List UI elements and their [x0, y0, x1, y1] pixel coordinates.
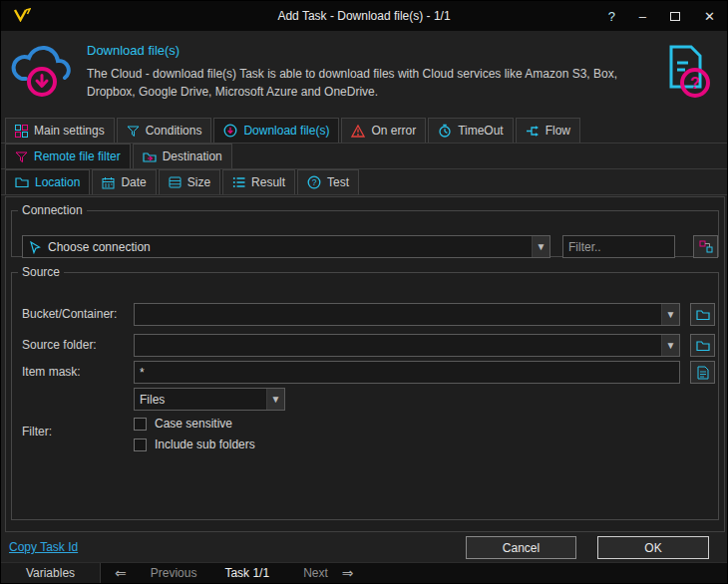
source-group-label: Source: [18, 265, 64, 279]
statusbar: Variables ⇐ Previous Task 1/1 Next ⇒: [1, 562, 727, 583]
chevron-down-icon: ▼: [661, 335, 679, 356]
tab-test[interactable]: ? Test: [297, 169, 359, 194]
browse-bucket-button[interactable]: [690, 303, 715, 326]
tab-remote-file-filter[interactable]: Remote file filter: [5, 144, 131, 168]
list-icon: [232, 176, 245, 188]
tab-size[interactable]: Size: [159, 169, 220, 194]
connection-dropdown[interactable]: Choose connection ▼: [22, 235, 550, 258]
next-button[interactable]: Next: [303, 566, 328, 580]
clock-icon: [438, 124, 452, 138]
document-help-icon: ?: [657, 43, 713, 104]
checkbox-box-icon: [134, 438, 147, 451]
case-sensitive-checkbox[interactable]: Case sensitive: [134, 417, 232, 431]
include-sub-folders-checkbox[interactable]: Include sub folders: [134, 438, 255, 451]
cancel-button[interactable]: Cancel: [466, 536, 576, 559]
item-mask-label: Item mask:: [22, 365, 81, 379]
chevron-down-icon: ▼: [266, 389, 284, 410]
connection-filter-input[interactable]: [562, 235, 675, 258]
previous-arrow-icon[interactable]: ⇐: [115, 565, 127, 581]
calendar-icon: [102, 176, 115, 189]
tab-download-files[interactable]: Download file(s): [213, 118, 339, 143]
filter-funnel-icon: [15, 150, 28, 163]
main-settings-icon: [15, 125, 28, 138]
close-button[interactable]: ✕: [704, 10, 715, 23]
filter-label: Filter:: [22, 425, 52, 438]
connection-pointer-icon: [28, 240, 42, 254]
tab-flow[interactable]: Flow: [516, 118, 580, 143]
tab-on-error[interactable]: On error: [341, 118, 426, 143]
flow-icon: [526, 125, 540, 138]
source-folder-dropdown[interactable]: ▼: [134, 334, 680, 357]
source-folder-label: Source folder:: [22, 338, 97, 352]
chevron-down-icon: ▼: [532, 236, 549, 257]
connection-group-label: Connection: [18, 203, 87, 217]
item-type-dropdown-value: Files: [140, 393, 165, 407]
connection-group: Connection Choose connection ▼: [11, 203, 719, 257]
question-circle-icon: ?: [307, 175, 321, 189]
filter-tabstrip: Location Date Size Result ? Test: [1, 169, 727, 195]
folder-icon: [696, 340, 710, 352]
manage-connections-button[interactable]: [693, 235, 718, 258]
ok-button[interactable]: OK: [597, 536, 709, 559]
item-mask-input[interactable]: [134, 361, 680, 384]
item-mask-helper-button[interactable]: [690, 361, 715, 384]
task-description: The Cloud - download file(s) Task is abl…: [87, 65, 645, 101]
chevron-down-icon: ▼: [661, 304, 679, 325]
titlebar: Add Task - Download file(s) - 1/1 ? – ✕: [1, 1, 727, 31]
tab-destination[interactable]: Destination: [133, 144, 232, 168]
variables-tab[interactable]: Variables: [1, 563, 101, 583]
bucket-label: Bucket/Container:: [22, 307, 117, 321]
copy-task-id-link[interactable]: Copy Task Id: [9, 540, 78, 554]
file-icon: [697, 366, 709, 380]
tab-main-settings[interactable]: Main settings: [5, 118, 115, 143]
size-icon: [169, 176, 182, 188]
task-header: Download file(s) The Cloud - download fi…: [1, 31, 727, 118]
svg-text:?: ?: [312, 177, 317, 187]
conditions-icon: [127, 125, 140, 138]
tab-conditions[interactable]: Conditions: [117, 118, 212, 143]
tab-result[interactable]: Result: [222, 169, 295, 194]
maximize-button[interactable]: [670, 10, 680, 23]
tab-location[interactable]: Location: [5, 169, 90, 194]
case-sensitive-label: Case sensitive: [155, 417, 232, 431]
bucket-dropdown[interactable]: ▼: [134, 303, 680, 326]
manage-connections-icon: [699, 240, 713, 253]
tab-date[interactable]: Date: [92, 169, 156, 194]
maximize-icon: [670, 12, 680, 21]
include-sub-folders-label: Include sub folders: [155, 438, 255, 451]
task-page-indicator[interactable]: Task 1/1: [224, 566, 269, 580]
add-task-dialog: Add Task - Download file(s) - 1/1 ? – ✕ …: [0, 0, 728, 584]
destination-icon: [143, 150, 157, 163]
warning-icon: [351, 125, 365, 138]
source-group: Source Bucket/Container: ▼ Source folder…: [11, 265, 719, 520]
minimize-button[interactable]: –: [639, 10, 646, 23]
item-type-dropdown[interactable]: Files ▼: [134, 388, 285, 411]
tab-timeout[interactable]: TimeOut: [428, 118, 514, 143]
location-panel: Connection Choose connection ▼ Source Bu…: [5, 196, 725, 532]
next-arrow-icon[interactable]: ⇒: [342, 565, 354, 581]
task-title: Download file(s): [87, 43, 645, 58]
main-tabstrip: Main settings Conditions Download file(s…: [1, 118, 727, 144]
svg-text:?: ?: [690, 75, 700, 92]
previous-button[interactable]: Previous: [151, 566, 197, 580]
cloud-download-icon: [11, 41, 79, 102]
connection-dropdown-value: Choose connection: [48, 240, 151, 254]
sub-tabstrip: Remote file filter Destination: [1, 144, 727, 169]
help-button[interactable]: ?: [608, 10, 615, 23]
browse-source-folder-button[interactable]: [690, 334, 715, 357]
checkbox-box-icon: [134, 418, 147, 431]
download-icon: [223, 124, 237, 138]
folder-icon: [15, 176, 29, 188]
folder-icon: [696, 309, 710, 321]
